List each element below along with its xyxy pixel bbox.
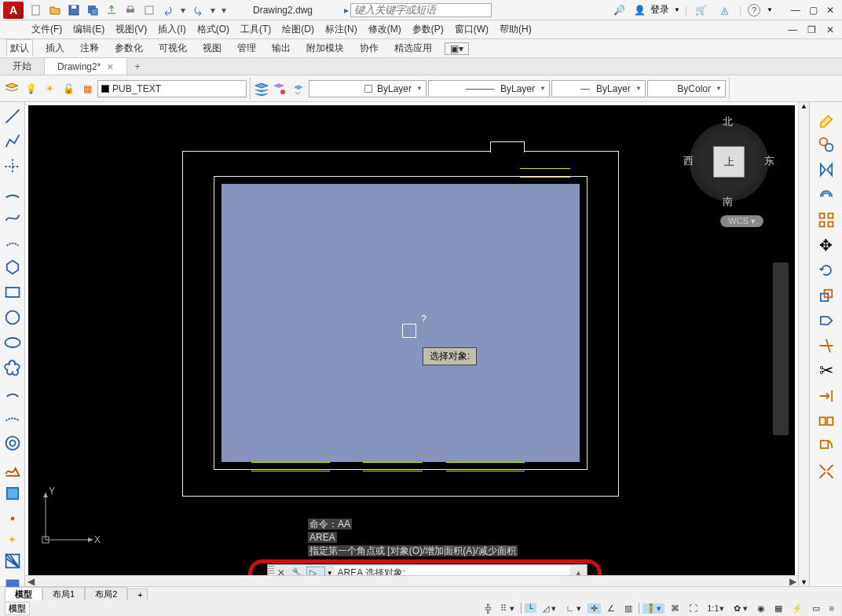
- annoscale-selector[interactable]: 1:1 ▾: [704, 603, 727, 614]
- lineweight-selector[interactable]: — ByLayer ▼: [551, 80, 646, 97]
- doc-restore[interactable]: ❐: [803, 23, 820, 37]
- scroll-right-icon[interactable]: ▶: [787, 576, 798, 587]
- redo-icon[interactable]: [190, 2, 206, 18]
- doc-tab-close-icon[interactable]: ×: [107, 60, 113, 73]
- menu-view[interactable]: 视图(V): [115, 23, 147, 36]
- drawing-canvas[interactable]: 选择对象: X Y 上 北 南 西 东 WC: [28, 105, 795, 583]
- ellipse-arc-tool-icon[interactable]: [3, 409, 22, 427]
- point-tool-icon[interactable]: [3, 509, 22, 528]
- ribbon-tab-insert[interactable]: 插入: [42, 40, 68, 57]
- menu-file[interactable]: 文件(F): [31, 23, 62, 36]
- menu-parametric[interactable]: 参数(P): [412, 23, 444, 36]
- layer-freeze-icon[interactable]: ☀: [41, 80, 58, 97]
- menu-edit[interactable]: 编辑(E): [73, 23, 104, 36]
- anno-monitor[interactable]: ◉: [754, 603, 768, 614]
- scale-tool-icon[interactable]: [817, 286, 836, 305]
- snap-toggle[interactable]: ⠿ ▾: [497, 603, 517, 614]
- viewcube-west[interactable]: 西: [683, 154, 694, 168]
- revcloud-tool-icon[interactable]: [3, 358, 22, 377]
- clean-screen[interactable]: ▭: [809, 603, 823, 614]
- menu-dimension[interactable]: 标注(N): [325, 23, 357, 36]
- open-icon[interactable]: [47, 2, 63, 18]
- polygon-tool-icon[interactable]: [3, 258, 22, 277]
- viewcube-east[interactable]: 东: [764, 154, 774, 168]
- new-icon[interactable]: [28, 2, 44, 18]
- polar-toggle[interactable]: ◿ ▾: [540, 603, 559, 614]
- mirror-tool-icon[interactable]: [817, 160, 836, 179]
- customize-status[interactable]: ≡: [826, 603, 837, 613]
- scroll-up-icon[interactable]: ▲: [799, 102, 809, 110]
- ribbon-tab-annotate[interactable]: 注释: [77, 40, 102, 57]
- ribbon-tab-extra[interactable]: ▣▾: [445, 42, 469, 55]
- explode-tool-icon[interactable]: [817, 462, 836, 481]
- layer-manager-icon[interactable]: [3, 80, 20, 97]
- viewcube-top-face[interactable]: 上: [713, 146, 745, 178]
- menu-modify[interactable]: 修改(M): [368, 23, 401, 36]
- menu-tools[interactable]: 工具(T): [240, 23, 271, 36]
- layers-stack-icon[interactable]: [252, 80, 269, 97]
- rectangle-tool-icon[interactable]: [3, 283, 22, 302]
- hatch-tool-icon[interactable]: [3, 552, 22, 570]
- scroll-left-icon[interactable]: ◀: [25, 576, 36, 587]
- model-space-button[interactable]: 模型: [5, 602, 30, 615]
- login-button[interactable]: 登录: [650, 3, 669, 16]
- layer-on-icon[interactable]: 💡: [22, 80, 39, 97]
- fillet-tool-icon[interactable]: [817, 437, 836, 456]
- iso-toggle[interactable]: ▦: [771, 603, 785, 614]
- cart-icon[interactable]: 🛒: [694, 2, 709, 18]
- undo-icon[interactable]: [160, 2, 176, 18]
- ellipse-tool-icon[interactable]: [3, 333, 22, 352]
- arc3p-tool-icon[interactable]: [3, 233, 22, 251]
- donut-tool-icon[interactable]: [3, 434, 22, 453]
- xline-tool-icon[interactable]: [3, 157, 22, 176]
- menu-insert[interactable]: 插入(I): [158, 23, 185, 36]
- extend-tool-icon[interactable]: [817, 387, 836, 405]
- login-dropdown-icon[interactable]: ▼: [674, 6, 680, 13]
- user-icon[interactable]: 👤: [634, 5, 646, 16]
- ribbon-tab-view[interactable]: 视图: [200, 40, 225, 57]
- ribbon-tab-visualize[interactable]: 可视化: [156, 40, 190, 57]
- menu-format[interactable]: 格式(O): [197, 23, 229, 36]
- isodraft-toggle[interactable]: ∟ ▾: [562, 603, 584, 614]
- doc-close[interactable]: ✕: [822, 23, 839, 37]
- layer-selector[interactable]: PUB_TEXT: [97, 80, 247, 97]
- save-icon[interactable]: [66, 2, 82, 18]
- app-store-icon[interactable]: ◬: [717, 2, 733, 18]
- layer-iso-icon[interactable]: ▦: [79, 80, 96, 97]
- window-close[interactable]: ✕: [822, 3, 839, 17]
- help-dropdown-icon[interactable]: ▼: [767, 6, 773, 13]
- trim-tool-icon[interactable]: [817, 336, 836, 355]
- grid-toggle[interactable]: ╬: [482, 603, 495, 613]
- stretch-tool-icon[interactable]: [817, 311, 836, 330]
- view-cube[interactable]: 上 北 南 西 东: [682, 115, 776, 209]
- ribbon-tab-parametric[interactable]: 参数化: [112, 40, 146, 57]
- redo-dropdown-icon[interactable]: ▾: [209, 2, 217, 18]
- erase-tool-icon[interactable]: [817, 110, 836, 129]
- linetype-selector[interactable]: ——— ByLayer ▼: [428, 80, 550, 97]
- osnap-toggle[interactable]: ✛: [588, 603, 601, 614]
- sun-tool-icon[interactable]: ☀: [3, 534, 22, 545]
- move-tool-icon[interactable]: ✥: [817, 236, 836, 255]
- app-logo[interactable]: A: [3, 2, 24, 19]
- arc-tool-icon[interactable]: [3, 182, 22, 201]
- doc-tab-drawing2[interactable]: Drawing2* ×: [45, 58, 127, 75]
- doc-tab-add[interactable]: +: [127, 61, 148, 72]
- viewcube-south[interactable]: 南: [723, 195, 733, 209]
- color-selector[interactable]: ByLayer ▼: [309, 80, 426, 97]
- transparency-toggle[interactable]: ⛶: [686, 603, 701, 613]
- ribbon-tab-collab[interactable]: 协作: [357, 40, 382, 57]
- layout-tab-add[interactable]: +: [127, 588, 148, 601]
- spline-tool-icon[interactable]: [3, 207, 22, 226]
- undo-dropdown-icon[interactable]: ▾: [179, 2, 187, 18]
- horizontal-scrollbar[interactable]: ◀ ▶: [25, 575, 798, 586]
- polyline-tool-icon[interactable]: [3, 132, 22, 151]
- ortho-toggle[interactable]: └: [525, 603, 537, 613]
- menu-window[interactable]: 窗口(W): [455, 23, 489, 36]
- print-icon[interactable]: [123, 2, 138, 18]
- ribbon-tab-default[interactable]: 默认: [6, 39, 33, 57]
- otrack-toggle[interactable]: ▥: [621, 603, 635, 614]
- lineweight-toggle[interactable]: ⌘: [668, 603, 683, 614]
- wipeout-tool-icon[interactable]: [3, 459, 22, 478]
- plot-icon[interactable]: [141, 2, 157, 18]
- copy-tool-icon[interactable]: [817, 135, 836, 154]
